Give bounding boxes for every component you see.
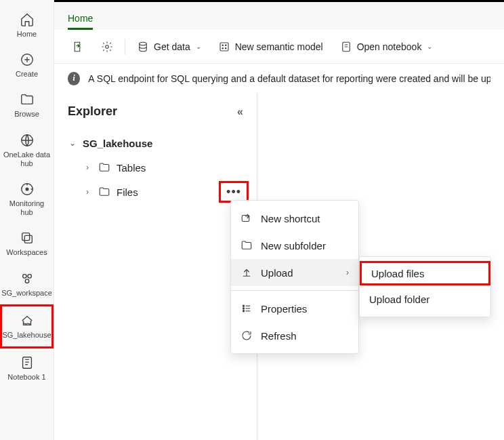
tab-home[interactable]: Home: [68, 13, 93, 30]
lakehouse-icon: [20, 313, 35, 328]
nav-notebook1[interactable]: Notebook 1: [0, 348, 54, 388]
database-icon: [136, 40, 150, 54]
monitoring-icon: [20, 182, 35, 197]
onelake-icon: [20, 133, 35, 148]
svg-point-14: [225, 45, 226, 46]
titlebar: Home: [54, 0, 504, 30]
svg-point-20: [243, 308, 244, 309]
new-model-label: New semantic model: [235, 41, 323, 52]
submenu-upload-files[interactable]: Upload files: [360, 261, 490, 285]
chevron-right-icon[interactable]: ›: [83, 163, 92, 172]
menu-new-shortcut-label: New shortcut: [261, 213, 320, 224]
get-data-label: Get data: [154, 41, 190, 52]
chevron-down-icon: ⌄: [427, 43, 432, 50]
submenu-upload-folder[interactable]: Upload folder: [360, 285, 490, 313]
folder-icon: [240, 239, 253, 252]
svg-rect-4: [22, 233, 29, 241]
info-icon: i: [68, 72, 80, 85]
tree-root[interactable]: ⌄ SG_lakehouse: [68, 131, 249, 155]
menu-new-subfolder[interactable]: New subfolder: [231, 232, 358, 259]
explorer-header: Explorer «: [62, 104, 249, 119]
chevron-right-icon: ›: [346, 268, 349, 277]
submenu-upload-files-label: Upload files: [371, 268, 424, 279]
chevron-down-icon: ⌄: [196, 43, 201, 50]
nav-onelake[interactable]: OneLake data hub: [0, 126, 54, 175]
gear-icon: [100, 40, 114, 54]
upload-icon: [240, 266, 253, 279]
nav-create-label: Create: [16, 70, 38, 79]
submenu-upload-folder-label: Upload folder: [369, 294, 429, 305]
svg-point-8: [25, 279, 29, 283]
menu-new-subfolder-label: New subfolder: [261, 240, 326, 252]
chevron-right-icon[interactable]: ›: [83, 187, 92, 197]
folder-icon: [98, 161, 111, 174]
plus-circle-icon: [20, 52, 35, 67]
explorer-panel: Explorer « ⌄ SG_lakehouse › Tables ›: [54, 94, 257, 440]
nav-sg-workspace-label: SG_workspace: [1, 289, 52, 298]
nav-sg-lakehouse[interactable]: SG_lakehouse: [0, 304, 54, 348]
nav-create[interactable]: Create: [0, 45, 54, 85]
collapse-icon[interactable]: «: [237, 106, 243, 118]
menu-upload[interactable]: Upload ›: [231, 259, 358, 286]
workspace-icon: [20, 271, 35, 286]
svg-point-16: [225, 47, 226, 49]
nav-home-label: Home: [17, 30, 37, 39]
svg-rect-12: [220, 43, 228, 51]
menu-properties[interactable]: Properties: [231, 295, 358, 322]
svg-point-15: [222, 47, 224, 49]
model-icon: [217, 40, 231, 54]
info-text: A SQL endpoint for SQL querying and a de…: [88, 73, 490, 84]
toolbar-divider: [125, 39, 125, 55]
svg-rect-9: [22, 357, 31, 369]
svg-rect-5: [24, 236, 32, 243]
refresh-button[interactable]: [65, 36, 89, 58]
explorer-title: Explorer: [68, 104, 117, 119]
menu-new-shortcut[interactable]: New shortcut: [231, 205, 358, 232]
open-notebook-button[interactable]: Open notebook ⌄: [334, 36, 438, 58]
new-semantic-model-button[interactable]: New semantic model: [212, 36, 329, 58]
properties-icon: [240, 302, 253, 315]
menu-divider: [231, 290, 358, 291]
nav-monitoring[interactable]: Monitoring hub: [0, 175, 54, 224]
tree-tables-label: Tables: [117, 162, 146, 174]
tree: ⌄ SG_lakehouse › Tables › Files •••: [62, 131, 249, 204]
workspaces-icon: [20, 231, 35, 245]
svg-point-11: [140, 42, 147, 45]
nav-monitoring-label: Monitoring hub: [3, 199, 51, 217]
nav-sg-workspace[interactable]: SG_workspace: [0, 264, 54, 304]
shortcut-icon: [240, 212, 253, 224]
svg-point-19: [243, 305, 244, 306]
svg-point-6: [22, 274, 26, 278]
tree-tables[interactable]: › Tables: [83, 155, 249, 180]
open-notebook-label: Open notebook: [357, 41, 422, 52]
nav-home[interactable]: Home: [0, 5, 54, 45]
notebook-open-icon: [339, 40, 353, 54]
settings-button[interactable]: [95, 36, 119, 58]
home-icon: [20, 12, 35, 27]
nav-browse-label: Browse: [14, 110, 39, 119]
menu-refresh-label: Refresh: [261, 330, 297, 342]
svg-point-13: [222, 45, 224, 46]
tree-files[interactable]: › Files •••: [83, 180, 249, 204]
nav-browse[interactable]: Browse: [0, 85, 54, 125]
chevron-down-icon[interactable]: ⌄: [68, 138, 77, 148]
tree-files-label: Files: [117, 186, 138, 198]
nav-notebook1-label: Notebook 1: [7, 373, 45, 382]
infobar: i A SQL endpoint for SQL querying and a …: [54, 64, 504, 94]
folder-icon: [20, 92, 35, 107]
svg-point-7: [27, 274, 30, 278]
nav-onelake-label: OneLake data hub: [3, 151, 51, 168]
left-nav: Home Create Browse OneLake data hub Moni…: [0, 0, 54, 440]
folder-icon: [98, 185, 111, 199]
nav-workspaces-label: Workspaces: [6, 248, 47, 257]
svg-point-3: [26, 188, 28, 191]
svg-point-10: [106, 45, 109, 48]
tree-root-label: SG_lakehouse: [83, 138, 152, 149]
get-data-button[interactable]: Get data ⌄: [131, 36, 207, 58]
nav-workspaces[interactable]: Workspaces: [0, 224, 54, 264]
menu-refresh[interactable]: Refresh: [231, 322, 358, 349]
svg-point-21: [243, 311, 244, 312]
nav-sg-lakehouse-label: SG_lakehouse: [2, 331, 51, 340]
menu-properties-label: Properties: [261, 303, 307, 315]
refresh-icon: [240, 329, 253, 342]
